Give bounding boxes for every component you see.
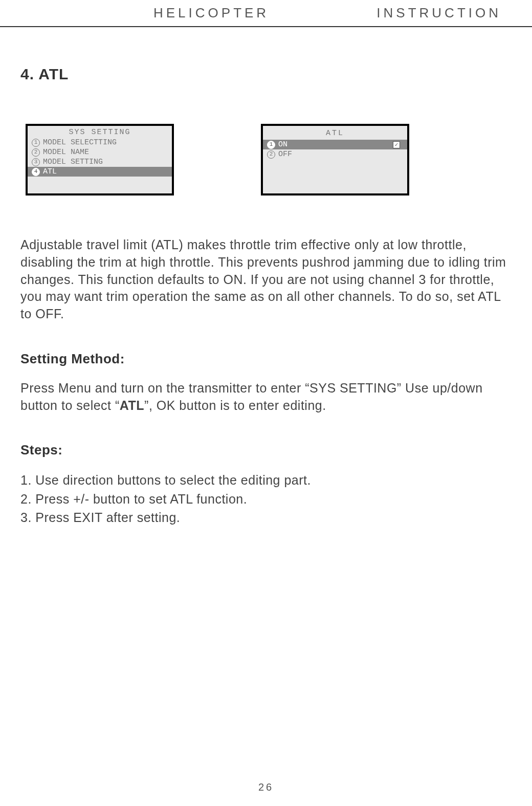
row-num-icon: 3 xyxy=(32,158,40,166)
row-num-icon: 2 xyxy=(267,150,275,159)
description-paragraph: Adjustable travel limit (ATL) makes thro… xyxy=(20,236,512,323)
row-label: ATL xyxy=(43,167,57,176)
row-num-icon: 2 xyxy=(32,148,40,157)
setting-method-heading: Setting Method: xyxy=(20,351,512,367)
row-label: OFF xyxy=(278,150,292,159)
step-1: 1. Use direction buttons to select the e… xyxy=(20,471,512,489)
page-number: 26 xyxy=(0,781,532,793)
row-label: MODEL SELECTTING xyxy=(43,138,117,147)
row-num-icon: 1 xyxy=(267,141,275,149)
section-title: 4. ATL xyxy=(20,66,532,83)
header-right: INSTRUCTION xyxy=(376,5,501,21)
row-label: MODEL NAME xyxy=(43,148,89,157)
screen1-row-4: 4 ATL xyxy=(28,167,172,177)
checkbox-icon: ✓ xyxy=(393,141,400,148)
screens-row: SYS SETTING 1 MODEL SELECTTING 2 MODEL N… xyxy=(26,124,532,195)
steps-list: 1. Use direction buttons to select the e… xyxy=(20,471,512,527)
step-3: 3. Press EXIT after setting. xyxy=(20,508,512,527)
screen1-title: SYS SETTING xyxy=(28,126,172,138)
screen1-row-1: 1 MODEL SELECTTING xyxy=(28,138,172,147)
steps-heading: Steps: xyxy=(20,442,512,458)
page-header: HELICOPTER INSTRUCTION xyxy=(0,0,532,27)
screen-atl: ATL 1 ON ✓ 2 OFF xyxy=(261,124,409,195)
setting-method-text: Press Menu and turn on the transmitter t… xyxy=(20,380,512,415)
step-2: 2. Press +/- button to set ATL function. xyxy=(20,490,512,508)
screen-sys-setting: SYS SETTING 1 MODEL SELECTTING 2 MODEL N… xyxy=(26,124,174,195)
row-num-icon: 1 xyxy=(32,139,40,147)
setting-method-bold: ATL xyxy=(120,398,144,412)
screen1-row-2: 2 MODEL NAME xyxy=(28,147,172,157)
screen2-row-1: 1 ON ✓ xyxy=(263,140,407,149)
row-num-icon: 4 xyxy=(32,168,40,176)
row-label: ON xyxy=(278,140,287,149)
header-left: HELICOPTER xyxy=(153,5,269,21)
screen1-row-3: 3 MODEL SETTING xyxy=(28,157,172,167)
screen2-title: ATL xyxy=(263,126,407,140)
setting-method-b: ”, OK button is to enter editing. xyxy=(144,398,326,412)
screen2-row-2: 2 OFF xyxy=(263,149,407,159)
row-label: MODEL SETTING xyxy=(43,158,103,166)
